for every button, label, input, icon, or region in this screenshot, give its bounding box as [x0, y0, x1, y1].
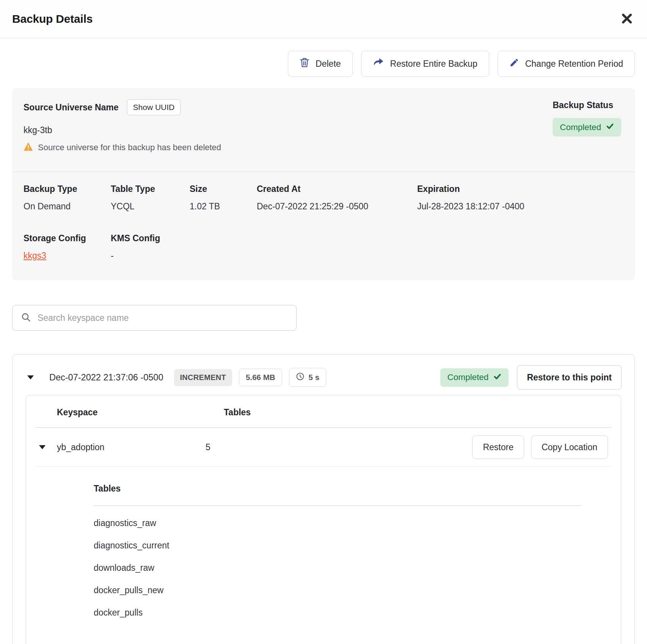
search-input[interactable] [38, 313, 288, 323]
close-icon [620, 12, 633, 26]
keyspace-table-header: Keyspace Tables [26, 395, 621, 418]
field-expiration: Expiration Jul-28-2023 18:12:07 -0400 [417, 184, 525, 212]
source-universe-block: Source Universe Name Show UUID kkg-3tb S… [24, 99, 221, 153]
search-icon [21, 312, 31, 324]
field-storage-config: Storage Config kkgs3 [24, 233, 111, 261]
table-name-item: downloads_raw [94, 563, 581, 573]
increment-timestamp: Dec-07-2022 21:37:06 -0500 [49, 372, 163, 383]
close-button[interactable] [617, 9, 636, 29]
backup-summary-panel: Source Universe Name Show UUID kkg-3tb S… [12, 88, 635, 280]
modal-content: Delete Restore Entire Backup Change Rete… [0, 51, 647, 644]
table-name-item: diagnostics_current [94, 540, 581, 551]
modal-header: Backup Details [0, 0, 647, 38]
keyspace-name: yb_adoption [57, 442, 206, 452]
restore-entire-backup-label: Restore Entire Backup [390, 59, 477, 69]
field-table-type: Table Type YCQL [111, 184, 190, 212]
table-name-item: docker_pulls [94, 608, 581, 618]
delete-button[interactable]: Delete [288, 51, 352, 77]
universe-deleted-warning: Source universe for this backup has been… [24, 142, 221, 153]
field-backup-type: Backup Type On Demand [24, 184, 111, 212]
page-title: Backup Details [12, 13, 93, 25]
table-name-item: docker_pulls_new [94, 585, 581, 595]
toolbar: Delete Restore Entire Backup Change Rete… [12, 51, 635, 77]
backup-status-block: Backup Status Completed [553, 99, 621, 153]
restore-entire-backup-button[interactable]: Restore Entire Backup [361, 51, 489, 77]
source-universe-label: Source Universe Name [24, 102, 119, 113]
increment-header-row: Dec-07-2022 21:37:06 -0500 INCREMENT 5.6… [13, 355, 634, 390]
warning-text: Source universe for this backup has been… [38, 143, 221, 152]
change-retention-period-label: Change Retention Period [525, 59, 623, 69]
config-row: Storage Config kkgs3 KMS Config - [24, 233, 623, 261]
tables-sublist-divider [94, 506, 581, 506]
check-icon [606, 122, 614, 132]
keyspace-caret-icon[interactable] [39, 445, 57, 449]
change-retention-period-button[interactable]: Change Retention Period [498, 51, 635, 77]
keyspace-row: yb_adoption 5 Restore Copy Location [26, 428, 621, 467]
increment-size-badge: 5.66 MB [239, 369, 282, 386]
warning-icon [24, 142, 33, 153]
increment-duration-badge: 5 s [289, 368, 327, 387]
field-kms-config: KMS Config - [111, 233, 190, 261]
clock-icon [296, 372, 305, 383]
keyspace-column-header: Keyspace [57, 407, 224, 418]
copy-location-button[interactable]: Copy Location [531, 435, 608, 459]
field-created-at: Created At Dec-07-2022 21:25:29 -0500 [257, 184, 417, 212]
keyspace-table-card: Keyspace Tables yb_adoption 5 Restore Co… [26, 395, 621, 644]
show-uuid-button[interactable]: Show UUID [127, 99, 181, 115]
backup-details-modal: Backup Details Delete Restore Entire Bac… [0, 0, 647, 644]
increment-backup-card: Dec-07-2022 21:37:06 -0500 INCREMENT 5.6… [12, 354, 635, 644]
backup-status-label: Backup Status [553, 100, 613, 110]
status-text: Completed [560, 123, 601, 132]
keyspace-tables-count: 5 [206, 442, 210, 452]
forward-arrow-icon [373, 58, 384, 70]
keyspace-search[interactable] [12, 305, 297, 331]
restore-keyspace-button[interactable]: Restore [472, 435, 524, 459]
storage-config-link[interactable]: kkgs3 [24, 251, 46, 261]
field-size: Size 1.02 TB [190, 184, 257, 212]
increment-type-badge: INCREMENT [174, 369, 232, 386]
collapse-caret-icon[interactable] [27, 375, 34, 380]
tables-sublist-header: Tables [94, 484, 581, 494]
backup-meta-row: Backup Type On Demand Table Type YCQL Si… [24, 184, 623, 212]
pencil-icon [509, 58, 519, 70]
table-name-item: diagnostics_raw [94, 518, 581, 528]
trash-icon [300, 57, 309, 70]
universe-name: kkg-3tb [24, 125, 221, 136]
check-icon [493, 372, 501, 383]
status-badge: Completed [553, 118, 621, 137]
restore-to-this-point-button[interactable]: Restore to this point [517, 365, 622, 390]
delete-label: Delete [316, 59, 341, 69]
tables-sublist: Tables diagnostics_raw diagnostics_curre… [94, 467, 581, 618]
tables-column-header: Tables [224, 407, 251, 418]
increment-status-badge: Completed [440, 368, 509, 387]
